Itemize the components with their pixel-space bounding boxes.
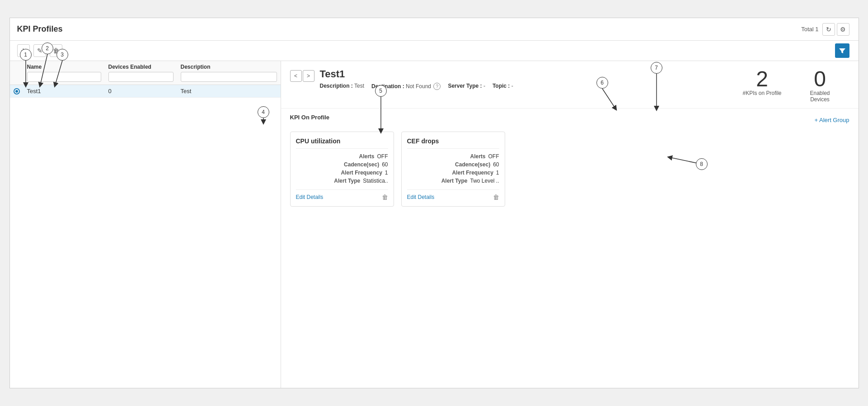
nav-prev-button[interactable]: < xyxy=(290,70,302,82)
radio-cell xyxy=(10,88,23,94)
annotation-4: 4 xyxy=(258,106,269,118)
kpi-cef-cadence-label: Cadence(sec) xyxy=(455,161,490,168)
kpi-cef-alerts-label: Alerts xyxy=(470,153,485,160)
refresh-button[interactable]: ↻ xyxy=(822,23,835,36)
kpi-card-cef-title: CEF drops xyxy=(407,137,499,149)
col-description-header: Description xyxy=(181,64,277,70)
kpi-delete-icon[interactable]: 🗑 xyxy=(382,194,388,201)
col-name-header: Name xyxy=(27,64,101,70)
kpi-alert-type-row: Alert Type Statistica.. xyxy=(296,178,388,184)
total-label: Total 1 xyxy=(801,26,818,33)
kpi-section-title: KPI On Profile xyxy=(290,114,329,121)
kpi-cef-alert-freq-row: Alert Frequency 1 xyxy=(407,170,499,176)
kpi-section: KPI On Profile + Alert Group CPU utiliza… xyxy=(281,109,859,212)
kpi-alert-freq-label: Alert Frequency xyxy=(341,170,382,176)
detail-header: < > Test1 Description : Test Destination… xyxy=(281,61,859,109)
page-title: KPI Profiles xyxy=(17,24,63,34)
kpi-cef-edit-details-button[interactable]: Edit Details xyxy=(407,194,435,200)
annotation-8: 8 xyxy=(696,158,708,170)
enabled-devices-count: 0 xyxy=(814,68,826,90)
radio-selected xyxy=(14,88,20,94)
kpi-alert-type-label: Alert Type xyxy=(334,178,360,184)
kpi-cef-cadence-value: 60 xyxy=(493,161,499,168)
annotation-2: 2 xyxy=(42,42,53,54)
server-type-label: Server Type : xyxy=(448,83,482,89)
left-panel: Name Devices Enabled Description Test1 xyxy=(10,61,281,388)
kpi-cef-alerts-value: OFF xyxy=(488,153,499,160)
annotation-5: 5 xyxy=(375,85,387,97)
filter-button[interactable] xyxy=(835,43,849,58)
kpi-alert-type-value: Statistica.. xyxy=(363,178,388,184)
kpi-alerts-row: Alerts OFF xyxy=(296,153,388,160)
alert-group-button[interactable]: + Alert Group xyxy=(815,117,849,123)
col-devices-header: Devices Enabled xyxy=(108,64,174,70)
stats-block: 2 #KPIs on Profile 0 Enabled Devices xyxy=(733,68,849,103)
kpi-section-header: KPI On Profile + Alert Group xyxy=(290,114,849,126)
server-type-meta: Server Type : - xyxy=(448,83,485,90)
topic-meta: Topic : - xyxy=(493,83,513,90)
nav-next-button[interactable]: > xyxy=(303,70,314,82)
settings-button[interactable]: ⚙ xyxy=(837,23,849,36)
kpi-alert-freq-value: 1 xyxy=(385,170,388,176)
kpi-alert-freq-row: Alert Frequency 1 xyxy=(296,170,388,176)
content-area: Name Devices Enabled Description Test1 xyxy=(10,61,859,388)
kpi-cadence-value: 60 xyxy=(382,161,388,168)
enabled-devices-label: Enabled Devices xyxy=(800,90,840,103)
kpi-cef-alert-freq-value: 1 xyxy=(496,170,499,176)
description-label: Description : xyxy=(320,83,353,89)
kpi-cef-alerts-row: Alerts OFF xyxy=(407,153,499,160)
topic-value: - xyxy=(511,83,513,89)
kpi-cef-alert-type-value: Two Level .. xyxy=(470,178,499,184)
topic-label: Topic : xyxy=(493,83,510,89)
kpis-stat: 2 #KPIs on Profile xyxy=(742,68,781,103)
cell-name: Test1 xyxy=(23,88,105,94)
toolbar-row: + ✎ 🗑 xyxy=(10,41,859,61)
nav-buttons: < > xyxy=(290,70,314,82)
kpi-card-cef: CEF drops Alerts OFF Cadence(sec) 60 Ale… xyxy=(401,132,505,207)
kpi-cef-alert-type-row: Alert Type Two Level .. xyxy=(407,178,499,184)
detail-title: Test1 xyxy=(320,68,734,80)
kpi-alerts-label: Alerts xyxy=(359,153,374,160)
kpis-label: #KPIs on Profile xyxy=(742,90,781,96)
kpi-cef-alert-freq-label: Alert Frequency xyxy=(452,170,493,176)
description-value: Test xyxy=(354,83,364,89)
kpi-cef-card-footer: Edit Details 🗑 xyxy=(407,189,499,201)
annotation-1: 1 xyxy=(20,49,32,61)
devices-filter-input[interactable] xyxy=(108,72,174,82)
cell-devices: 0 xyxy=(105,88,177,94)
enabled-devices-stat: 0 Enabled Devices xyxy=(800,68,840,103)
kpi-card-cpu: CPU utilization Alerts OFF Cadence(sec) … xyxy=(290,132,394,207)
description-meta: Description : Test xyxy=(320,83,364,90)
filter-icon xyxy=(839,47,846,54)
kpi-card-footer: Edit Details 🗑 xyxy=(296,189,388,201)
annotation-6: 6 xyxy=(596,77,608,89)
kpi-cadence-label: Cadence(sec) xyxy=(344,161,379,168)
kpi-cef-alert-type-label: Alert Type xyxy=(441,178,468,184)
destination-help-icon[interactable]: ? xyxy=(433,83,441,90)
cell-description: Test xyxy=(177,88,281,94)
kpi-cef-cadence-row: Cadence(sec) 60 xyxy=(407,161,499,168)
server-type-value: - xyxy=(483,83,485,89)
kpi-alerts-value: OFF xyxy=(377,153,388,160)
kpi-cadence-row: Cadence(sec) 60 xyxy=(296,161,388,168)
annotation-7: 7 xyxy=(651,62,662,74)
right-panel: < > Test1 Description : Test Destination… xyxy=(281,61,859,388)
kpi-card-cpu-title: CPU utilization xyxy=(296,137,388,149)
kpi-cards: CPU utilization Alerts OFF Cadence(sec) … xyxy=(290,132,849,207)
header-bar: KPI Profiles Total 1 ↻ ⚙ xyxy=(10,18,859,41)
destination-value: Not Found xyxy=(406,83,431,90)
kpi-cef-delete-icon[interactable]: 🗑 xyxy=(493,194,499,201)
kpis-count: 2 xyxy=(756,68,768,90)
annotation-3: 3 xyxy=(56,49,68,61)
kpi-edit-details-button[interactable]: Edit Details xyxy=(296,194,324,200)
table-header: Name Devices Enabled Description xyxy=(10,61,281,85)
description-filter-input[interactable] xyxy=(181,72,277,82)
table-row[interactable]: Test1 0 Test xyxy=(10,85,281,98)
name-filter-input[interactable] xyxy=(27,72,101,82)
